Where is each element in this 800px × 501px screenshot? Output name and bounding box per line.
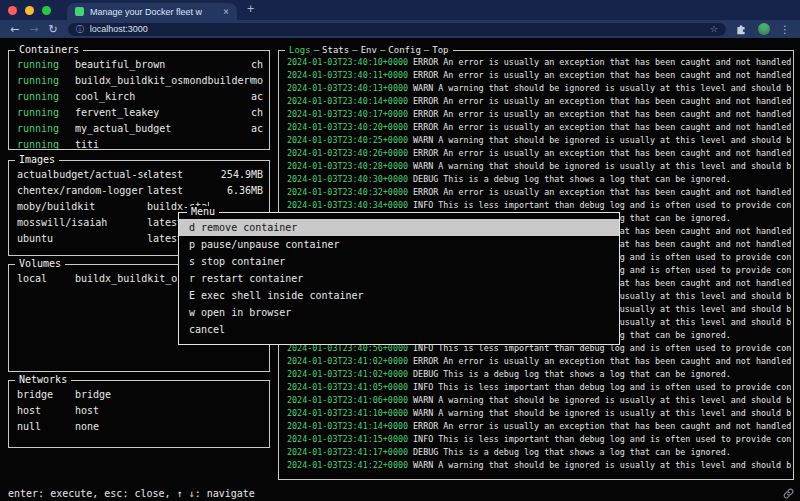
container-name: titi	[75, 137, 251, 149]
toolbar-actions: ⋮	[736, 23, 790, 35]
menu-item-restart-container[interactable]: rrestart container	[179, 270, 619, 287]
log-message: WARN A warning that should be ignored is…	[408, 161, 791, 171]
container-image: ch	[251, 57, 269, 73]
profile-avatar[interactable]	[758, 23, 770, 35]
image-size: 254.9MB	[209, 167, 269, 183]
image-tag: latest	[147, 183, 209, 199]
log-line: 2024-01-03T23:41:02+0000 ERROR An error …	[287, 355, 791, 368]
network-row[interactable]: nullnone	[9, 419, 269, 435]
menu-item-stop-container[interactable]: sstop container	[179, 253, 619, 270]
container-row[interactable]: runningcool_kirchac	[9, 89, 269, 105]
logs-tab-config[interactable]: Config	[388, 45, 421, 55]
logs-tab-stats[interactable]: Stats	[322, 45, 349, 55]
container-state: running	[17, 89, 75, 105]
log-timestamp: 2024-01-03T23:41:10+0000	[287, 408, 408, 418]
log-message: WARN A warning that should be ignored is…	[408, 408, 791, 418]
logs-tab-env[interactable]: Env	[361, 45, 377, 55]
log-timestamp: 2024-01-03T23:41:05+0000	[287, 382, 408, 392]
log-message: WARN A warning that should be ignored is…	[408, 460, 791, 470]
reload-icon[interactable]: ↻	[48, 24, 57, 35]
network-row[interactable]: hosthost	[9, 403, 269, 419]
log-line: 2024-01-03T23:41:17+0000 DEBUG This is a…	[287, 446, 791, 459]
image-row[interactable]: chentex/random-loggerlatest6.36MB	[9, 183, 269, 199]
container-image: ac	[251, 89, 269, 105]
container-name: fervent_leakey	[75, 105, 251, 121]
network-name: bridge	[17, 387, 75, 403]
tab-separator: —	[311, 45, 322, 55]
networks-panel-title: Networks	[15, 374, 71, 386]
container-name: cool_kirch	[75, 89, 251, 105]
extensions-puzzle-icon[interactable]	[736, 23, 748, 35]
container-state: running	[17, 137, 75, 149]
container-row[interactable]: runningmy_actual_budgetac	[9, 121, 269, 137]
log-line: 2024-01-03T23:40:17+0000 ERROR An error …	[287, 108, 791, 121]
log-message: ERROR An error is usually an exception t…	[408, 187, 791, 197]
log-line: 2024-01-03T23:40:11+0000 ERROR An error …	[287, 69, 791, 82]
menu-item-remove-container[interactable]: dremove container	[179, 219, 619, 236]
log-line: 2024-01-03T23:40:30+0000 DEBUG This is a…	[287, 173, 791, 186]
menu-item-exec-shell-inside-container[interactable]: Eexec shell inside container	[179, 287, 619, 304]
menu-items: dremove containerppause/unpause containe…	[179, 219, 619, 338]
container-row[interactable]: runningtiti	[9, 137, 269, 149]
isaiah-app: Containers runningbeautiful_brownchrunni…	[0, 38, 800, 501]
container-name: beautiful_brown	[75, 57, 251, 73]
image-name: ubuntu	[17, 231, 147, 247]
logs-tab-top[interactable]: Top	[432, 45, 448, 55]
container-row[interactable]: runningbuildx_buildkit_osmondbuilder0mo	[9, 73, 269, 89]
menu-item-open-in-browser[interactable]: wopen in browser	[179, 304, 619, 321]
log-timestamp: 2024-01-03T23:40:17+0000	[287, 109, 408, 119]
container-row[interactable]: runningbeautiful_brownch	[9, 57, 269, 73]
window-zoom-button[interactable]	[42, 6, 51, 15]
log-line: 2024-01-03T23:41:22+0000 WARN A warning …	[287, 459, 791, 472]
log-message: ERROR An error is usually an exception t…	[408, 70, 791, 80]
url-text: localhost:3000	[90, 24, 704, 34]
status-bar: enter: execute, esc: close, ↑ ↓: navigat…	[0, 486, 800, 501]
tab-close-icon[interactable]: ×	[223, 7, 229, 17]
containers-panel-title: Containers	[15, 44, 83, 56]
new-tab-button[interactable]: +	[247, 0, 254, 18]
log-line: 2024-01-03T23:40:20+0000 ERROR An error …	[287, 121, 791, 134]
log-timestamp: 2024-01-03T23:40:32+0000	[287, 187, 408, 197]
browser-tab[interactable]: Manage your Docker fleet w ×	[67, 3, 237, 20]
log-timestamp: 2024-01-03T23:40:10+0000	[287, 57, 408, 67]
container-image: ac	[251, 121, 269, 137]
network-name: host	[17, 403, 75, 419]
site-info-icon[interactable]: ⓘ	[76, 24, 84, 35]
log-line: 2024-01-03T23:40:26+0000 ERROR An error …	[287, 147, 791, 160]
log-message: DEBUG This is a debug log that shows a l…	[408, 369, 731, 379]
menu-item-cancel[interactable]: cancel	[179, 321, 619, 338]
log-message: INFO This is less important than debug l…	[408, 382, 791, 392]
log-message: ERROR An error is usually an exception t…	[408, 421, 791, 431]
log-line: 2024-01-03T23:41:14+0000 ERROR An error …	[287, 420, 791, 433]
bookmark-star-icon[interactable]: ☆	[710, 24, 718, 34]
menu-item-key: p	[189, 236, 195, 253]
container-action-menu: Menu dremove containerppause/unpause con…	[178, 212, 620, 345]
browser-menu-icon[interactable]: ⋮	[780, 24, 790, 35]
forward-icon[interactable]: →	[29, 24, 38, 35]
container-row[interactable]: runningfervent_leakeych	[9, 105, 269, 121]
network-row[interactable]: bridgebridge	[9, 387, 269, 403]
network-driver: bridge	[75, 387, 269, 403]
log-timestamp: 2024-01-03T23:41:22+0000	[287, 460, 408, 470]
networks-panel[interactable]: Networks bridgebridgehosthostnullnone	[8, 380, 270, 448]
menu-item-label: pause/unpause container	[201, 236, 609, 253]
log-timestamp: 2024-01-03T23:40:20+0000	[287, 122, 408, 132]
menu-item-pause-unpause-container[interactable]: ppause/unpause container	[179, 236, 619, 253]
back-icon[interactable]: ←	[10, 24, 19, 35]
log-message: INFO This is less important than debug l…	[408, 434, 791, 444]
log-line: 2024-01-03T23:40:13+0000 WARN A warning …	[287, 82, 791, 95]
containers-list: runningbeautiful_brownchrunningbuildx_bu…	[9, 51, 269, 149]
window-close-button[interactable]	[8, 6, 17, 15]
image-name: mosswill/isaiah	[17, 215, 147, 231]
log-timestamp: 2024-01-03T23:40:30+0000	[287, 174, 408, 184]
status-hint-text: enter: execute, esc: close, ↑ ↓: navigat…	[8, 488, 255, 499]
address-bar[interactable]: ⓘ localhost:3000 ☆	[68, 23, 726, 36]
logs-tab-logs[interactable]: Logs	[289, 45, 311, 55]
containers-panel[interactable]: Containers runningbeautiful_brownchrunni…	[8, 50, 270, 150]
image-row[interactable]: actualbudget/actual-serverlatest254.9MB	[9, 167, 269, 183]
window-minimize-button[interactable]	[25, 6, 34, 15]
log-timestamp: 2024-01-03T23:40:25+0000	[287, 135, 408, 145]
log-message: ERROR An error is usually an exception t…	[408, 96, 791, 106]
log-line: 2024-01-03T23:40:25+0000 WARN A warning …	[287, 134, 791, 147]
connection-link-icon	[783, 488, 794, 499]
